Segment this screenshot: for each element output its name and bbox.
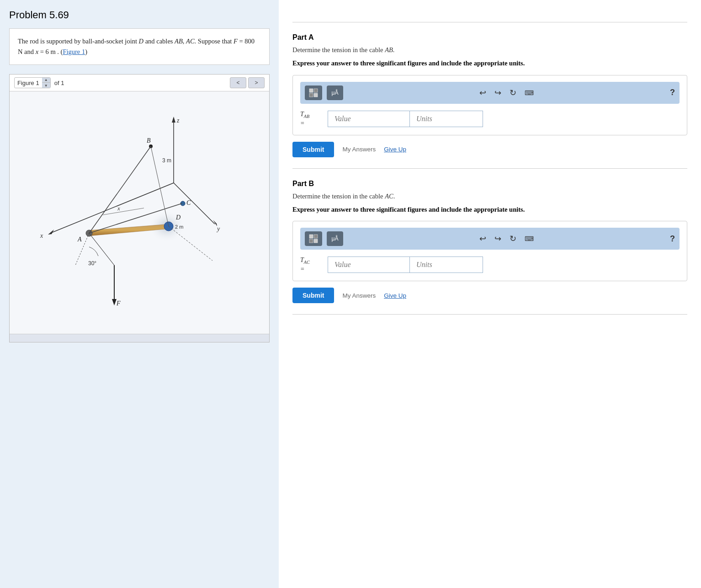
figure-box: Figure 1 ▲ ▼ of 1 < > <box>9 74 270 342</box>
var-AC: AC <box>186 37 195 45</box>
part-b-submit-row: Submit My Answers Give Up <box>292 288 687 303</box>
part-a-redo-btn[interactable]: ↪ <box>493 86 503 100</box>
svg-text:x: x <box>40 232 43 239</box>
svg-rect-0 <box>11 91 267 334</box>
part-b-my-answers[interactable]: My Answers <box>342 292 376 299</box>
part-b-toolbar: μÅ ↩ ↪ ↻ ⌨ ? <box>300 228 680 250</box>
part-b-answer-container: μÅ ↩ ↪ ↻ ⌨ ? TAC = <box>292 221 687 281</box>
part-b-mu-icon-btn[interactable]: μÅ <box>327 231 343 246</box>
part-b-undo-btn[interactable]: ↩ <box>478 232 488 246</box>
part-a-help-btn[interactable]: ? <box>670 88 675 97</box>
part-b-submit-button[interactable]: Submit <box>292 288 334 303</box>
left-panel: Problem 5.69 The rod is supported by bal… <box>0 0 279 588</box>
svg-text:F: F <box>116 300 121 307</box>
figure-select[interactable]: Figure 1 ▲ ▼ <box>14 77 51 88</box>
var-F: F <box>234 37 238 45</box>
part-a-eq-label: TAB = <box>300 110 328 128</box>
part-b-grid-icon-btn[interactable] <box>305 231 322 246</box>
figure-nav: < > <box>230 77 265 88</box>
part-a-desc-1: Determine the tension in the cable <box>292 46 385 53</box>
problem-text-2: and cables <box>143 37 175 45</box>
part-a-give-up[interactable]: Give Up <box>384 146 406 153</box>
part-a-mu-icon-btn[interactable]: μÅ <box>327 86 343 100</box>
part-b-sub: AC <box>304 260 310 265</box>
figure-stepper[interactable]: ▲ ▼ <box>42 77 50 88</box>
part-a-undo-btn[interactable]: ↩ <box>478 86 488 100</box>
svg-text:D: D <box>175 214 181 221</box>
bottom-divider <box>292 314 687 315</box>
problem-text-2b: , <box>183 37 186 45</box>
right-panel: Part A Determine the tension in the cabl… <box>279 0 701 588</box>
part-b-var: AC <box>385 192 393 200</box>
var-D: D <box>139 37 143 45</box>
figure-link[interactable]: Figure 1 <box>63 48 85 55</box>
problem-text-5: = 6 m . ( <box>38 48 63 55</box>
figure-of-text: of 1 <box>54 80 64 86</box>
part-a-answer-container: μÅ ↩ ↪ ↻ ⌨ ? TAB = <box>292 75 687 135</box>
part-a-submit-button[interactable]: Submit <box>292 142 334 157</box>
part-a-my-answers[interactable]: My Answers <box>342 146 376 153</box>
stepper-down[interactable]: ▼ <box>42 83 50 88</box>
part-a-section: Part A Determine the tension in the cabl… <box>292 33 687 157</box>
part-b-input-row: TAC = <box>300 256 680 273</box>
part-b-help-btn[interactable]: ? <box>670 234 675 244</box>
svg-rect-39 <box>314 235 318 238</box>
figure-image-area: z y x B C A D <box>10 91 269 334</box>
svg-rect-37 <box>314 93 318 97</box>
problem-text-3: . Suppose that <box>195 37 234 45</box>
part-b-eq-label: TAC = <box>300 256 328 273</box>
part-a-description: Determine the tension in the cable AB. <box>292 46 687 54</box>
nav-prev-button[interactable]: < <box>230 77 246 88</box>
svg-rect-40 <box>309 239 313 243</box>
part-a-toolbar: μÅ ↩ ↪ ↻ ⌨ ? <box>300 82 680 104</box>
svg-text:3 m: 3 m <box>162 157 171 164</box>
svg-rect-34 <box>309 89 313 92</box>
figure-header: Figure 1 ▲ ▼ of 1 < > <box>10 75 269 91</box>
figure-footer <box>10 334 269 342</box>
part-b-desc-2: . <box>393 192 395 200</box>
part-a-var: AB <box>385 46 393 53</box>
part-b-value-input[interactable] <box>328 257 410 273</box>
grid-icon <box>308 88 319 98</box>
svg-text:B: B <box>147 137 151 144</box>
top-divider <box>292 22 687 22</box>
part-a-keyboard-btn[interactable]: ⌨ <box>523 87 536 98</box>
part-b-refresh-btn[interactable]: ↻ <box>508 232 518 246</box>
mid-divider <box>292 168 687 169</box>
nav-next-button[interactable]: > <box>248 77 265 88</box>
svg-rect-41 <box>314 239 318 243</box>
part-b-label: Part B <box>292 180 687 188</box>
part-a-grid-icon-btn[interactable] <box>305 86 322 100</box>
problem-description: The rod is supported by ball-and-socket … <box>9 28 270 65</box>
svg-rect-36 <box>309 93 313 97</box>
part-a-desc-2: . <box>393 46 395 53</box>
grid-icon-b <box>308 234 319 244</box>
part-b-keyboard-btn[interactable]: ⌨ <box>523 233 536 244</box>
svg-text:A: A <box>77 236 82 243</box>
svg-text:30°: 30° <box>88 260 96 267</box>
svg-text:x: x <box>117 205 120 212</box>
part-a-instruction: Express your answer to three significant… <box>292 59 687 69</box>
part-a-value-input[interactable] <box>328 111 410 127</box>
part-a-input-row: TAB = <box>300 110 680 128</box>
diagram-svg: z y x B C A D <box>10 91 269 334</box>
part-b-equals: = <box>300 266 304 273</box>
problem-text-6: ) <box>85 48 87 55</box>
svg-text:2 m: 2 m <box>175 224 183 230</box>
figure-select-label: Figure 1 <box>15 80 42 86</box>
part-a-label: Part A <box>292 33 687 42</box>
part-a-sub: AB <box>304 114 309 119</box>
part-a-units-input[interactable] <box>410 111 483 127</box>
part-b-units-input[interactable] <box>410 257 483 273</box>
part-a-submit-row: Submit My Answers Give Up <box>292 142 687 157</box>
svg-text:C: C <box>186 199 191 206</box>
stepper-up[interactable]: ▲ <box>42 77 50 83</box>
part-b-redo-btn[interactable]: ↪ <box>493 232 503 246</box>
part-b-section: Part B Determine the tension in the cabl… <box>292 180 687 304</box>
problem-text-1: The rod is supported by ball-and-socket … <box>18 37 139 45</box>
svg-text:y: y <box>216 225 220 232</box>
part-b-desc-1: Determine the tension in the cable <box>292 192 385 200</box>
part-b-give-up[interactable]: Give Up <box>384 292 406 299</box>
part-a-refresh-btn[interactable]: ↻ <box>508 86 518 100</box>
problem-title: Problem 5.69 <box>9 9 270 21</box>
